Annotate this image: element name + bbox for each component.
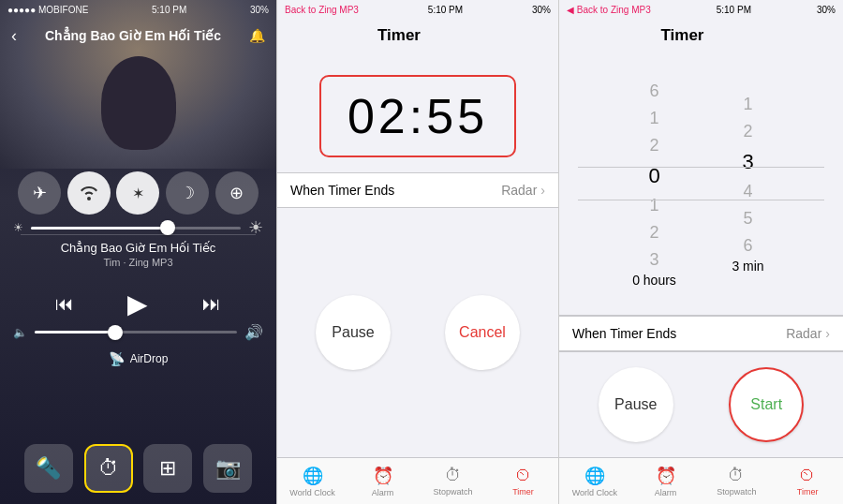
tab-alarm-right[interactable]: ⏰ Alarm xyxy=(630,466,702,497)
battery-left: 30% xyxy=(250,5,269,15)
world-clock-icon-right: 🌐 xyxy=(584,466,605,486)
hours-num-2b: 2 xyxy=(649,220,658,245)
hours-num-6: 6 xyxy=(649,79,658,104)
alarm-icon-right: ⏰ xyxy=(656,466,676,486)
cancel-button[interactable]: Cancel xyxy=(445,295,520,370)
min-numbers: 1 2 3 4 5 6 xyxy=(742,92,753,259)
hours-num-2a: 2 xyxy=(649,133,658,158)
hours-picker-col[interactable]: 6 1 2 0 1 2 3 0 hours xyxy=(608,79,702,289)
min-picker-col[interactable]: 1 2 3 4 5 6 3 min xyxy=(702,92,795,275)
min-num-6: 6 xyxy=(743,233,752,259)
prev-button[interactable]: ⏮ xyxy=(55,293,74,315)
world-clock-icon-mid: 🌐 xyxy=(303,466,323,486)
min-num-2: 2 xyxy=(743,119,752,144)
pause-button-mid[interactable]: Pause xyxy=(316,295,391,370)
stopwatch-icon-right: ⏱ xyxy=(728,466,745,485)
panel-title-mid: Timer xyxy=(288,26,510,45)
airplane-button[interactable]: ✈ xyxy=(18,171,61,215)
tab-timer-mid[interactable]: ⏲ Timer xyxy=(488,466,558,497)
brightness-min-icon: ☀ xyxy=(13,221,23,234)
timer-ends-row-right[interactable]: When Timer Ends Radar › xyxy=(559,316,843,351)
time-left: 5:10 PM xyxy=(152,5,186,15)
middle-panel: Back to Zing MP3 5:10 PM 30% Timer 02:55… xyxy=(276,0,559,504)
min-num-1: 1 xyxy=(743,92,752,117)
min-num-5: 5 xyxy=(743,206,752,231)
chevron-right-mid: › xyxy=(540,183,545,198)
face-silhouette xyxy=(101,56,176,150)
tab-bar-mid: 🌐 World Clock ⏰ Alarm ⏱ Stopwatch ⏲ Time… xyxy=(277,457,558,504)
hours-num-0-selected: 0 xyxy=(648,160,659,191)
next-button[interactable]: ⏭ xyxy=(202,293,221,315)
picker-container[interactable]: 6 1 2 0 1 2 3 0 hours 1 2 3 4 5 6 xyxy=(559,52,843,315)
timer-ends-value-mid: Radar xyxy=(501,183,537,198)
tab-timer-right[interactable]: ⏲ Timer xyxy=(772,466,843,497)
back-link-right[interactable]: ◀ Back to Zing MP3 xyxy=(567,5,651,15)
rotation-button[interactable]: ⊕ xyxy=(215,171,259,215)
hours-label: 0 hours xyxy=(632,273,676,288)
volume-slider[interactable] xyxy=(35,331,237,334)
back-bar-mid: Timer xyxy=(277,19,558,52)
start-button[interactable]: Start xyxy=(729,367,804,442)
back-bar-right: Timer xyxy=(559,19,843,52)
timer-icon-mid: ⏲ xyxy=(515,466,532,485)
action-row-mid: Pause Cancel xyxy=(277,208,558,457)
flashlight-button[interactable]: 🔦 xyxy=(24,444,73,493)
panel-title-right: Timer xyxy=(570,26,794,45)
tab-alarm-mid[interactable]: ⏰ Alarm xyxy=(348,466,418,497)
calculator-button[interactable]: ⊞ xyxy=(143,444,192,493)
stopwatch-label-mid: Stopwatch xyxy=(433,487,472,497)
pause-button-right[interactable]: Pause xyxy=(599,367,673,442)
hours-num-1b: 1 xyxy=(649,193,658,218)
playback-row: ⏮ ▶ ⏭ xyxy=(0,289,276,319)
status-bar-left: ●●●●● MOBIFONE 5:10 PM 30% xyxy=(0,0,276,19)
song-artist: Tim · Zing MP3 xyxy=(103,257,172,268)
alarm-icon-left: 🔔 xyxy=(249,28,265,43)
time-right: 5:10 PM xyxy=(717,5,751,15)
alarm-label-mid: Alarm xyxy=(372,488,394,497)
back-header: ‹ Chẳng Bao Giờ Em Hối Tiếc 🔔 xyxy=(0,19,276,52)
time-mid: 5:10 PM xyxy=(428,5,463,15)
timer-label-mid: Timer xyxy=(512,487,534,497)
battery-right: 30% xyxy=(817,5,836,15)
bluetooth-button[interactable]: ✶ xyxy=(116,171,159,215)
wifi-button[interactable] xyxy=(67,171,111,215)
volume-min-icon: 🔈 xyxy=(13,326,27,339)
now-playing-title: Chẳng Bao Giờ Em Hối Tiếc xyxy=(17,28,249,43)
timer-ends-row-mid[interactable]: When Timer Ends Radar › xyxy=(277,173,558,207)
airdrop-row: 📡 AirDrop xyxy=(0,351,276,366)
volume-max-icon: 🔊 xyxy=(244,323,263,341)
battery-mid: 30% xyxy=(532,5,551,15)
tab-bar-right: 🌐 World Clock ⏰ Alarm ⏱ Stopwatch ⏲ Time… xyxy=(559,457,843,504)
alarm-icon-mid: ⏰ xyxy=(373,466,393,486)
tab-world-clock-right[interactable]: 🌐 World Clock xyxy=(559,466,630,497)
tab-world-clock-mid[interactable]: 🌐 World Clock xyxy=(277,466,348,497)
volume-row: 🔈 🔊 xyxy=(0,323,276,341)
min-label: 3 min xyxy=(732,259,763,274)
timer-label-right: Timer xyxy=(797,487,819,497)
status-bar-mid: Back to Zing MP3 5:10 PM 30% xyxy=(277,0,558,19)
bottom-icons: 🔦 ⏱ ⊞ 📷 xyxy=(0,444,276,493)
song-info: Chẳng Bao Giờ Em Hối Tiếc Tim · Zing MP3 xyxy=(0,234,276,268)
hours-num-1a: 1 xyxy=(649,106,658,131)
world-clock-label-right: World Clock xyxy=(572,488,617,497)
right-panel: ◀ Back to Zing MP3 5:10 PM 30% Timer 6 1… xyxy=(559,0,843,504)
timer-display: 02:55 xyxy=(319,75,516,157)
stopwatch-label-right: Stopwatch xyxy=(717,487,756,497)
picker-wheel-area[interactable]: 6 1 2 0 1 2 3 0 hours 1 2 3 4 5 6 xyxy=(559,52,843,315)
timer-button[interactable]: ⏱ xyxy=(84,444,133,493)
hours-num-3: 3 xyxy=(649,247,658,273)
tab-stopwatch-right[interactable]: ⏱ Stopwatch xyxy=(702,466,773,497)
timer-ends-value-right: Radar xyxy=(786,326,821,341)
tab-stopwatch-mid[interactable]: ⏱ Stopwatch xyxy=(418,466,488,497)
min-num-3-selected: 3 xyxy=(742,146,753,177)
back-link-mid[interactable]: Back to Zing MP3 xyxy=(285,5,359,15)
camera-button[interactable]: 📷 xyxy=(203,444,252,493)
control-row: ✈ ✶ ☽ ⊕ xyxy=(0,164,276,222)
left-panel: ●●●●● MOBIFONE 5:10 PM 30% ‹ Chẳng Bao G… xyxy=(0,0,276,504)
airdrop-label: AirDrop xyxy=(130,352,169,365)
brightness-slider[interactable] xyxy=(31,227,241,230)
moon-button[interactable]: ☽ xyxy=(166,171,209,215)
min-num-4: 4 xyxy=(743,179,752,204)
action-row-right: Pause Start xyxy=(559,352,843,457)
play-pause-button[interactable]: ▶ xyxy=(127,289,148,319)
